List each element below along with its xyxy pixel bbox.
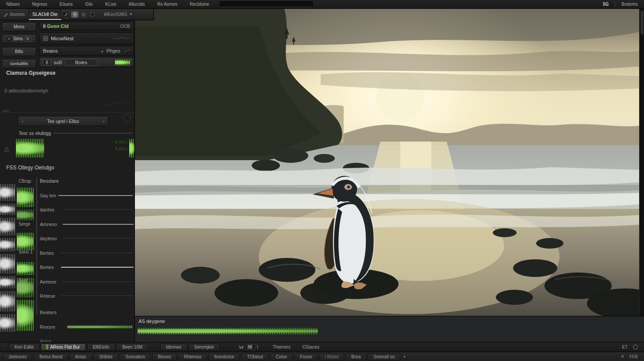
strip-value: 4.4%+ <box>105 139 127 146</box>
w-icon <box>239 345 244 349</box>
menu-item-5[interactable]: Allucsits <box>123 0 151 9</box>
bottom-item-11[interactable]: / Ktomi <box>319 353 344 361</box>
status-bar-top: ⋮ Ken Edite ARess Flat Bur El6Etofo Been… <box>0 342 644 351</box>
sidebar-button-label: Sims <box>13 36 23 41</box>
mode-dropdown-label: WEecIGMG <box>104 12 127 17</box>
sidebar-button-mons[interactable]: Mons <box>2 22 36 31</box>
counter-value[interactable]: 88 <box>245 344 256 350</box>
param-row[interactable]: dayteso <box>40 235 134 242</box>
param-row[interactable]: Beaters <box>40 309 134 315</box>
menu-item-7[interactable]: Recblsine <box>184 0 215 9</box>
status-button-1[interactable]: ARess Flat Bur <box>41 343 85 351</box>
bottom-item-9[interactable]: Colse <box>270 353 293 361</box>
list-tool-button[interactable] <box>80 12 87 18</box>
status-button-4[interactable]: Idiomes <box>160 343 187 351</box>
slider[interactable] <box>58 195 133 196</box>
knob-icon <box>7 37 12 41</box>
param-row[interactable]: Say km <box>40 192 134 199</box>
close-icon[interactable]: × <box>621 353 624 360</box>
slider[interactable] <box>63 209 133 210</box>
curve-arrow-icon <box>123 48 130 54</box>
green-meter-icon <box>46 345 48 349</box>
grid-icon <box>73 12 77 16</box>
menu-item-4[interactable]: KLise <box>99 0 123 9</box>
chip-8[interactable]: 8 <box>43 59 51 65</box>
tab-active[interactable]: SLAOdl Die <box>29 9 61 20</box>
slider[interactable] <box>63 238 133 238</box>
status-button-5[interactable]: Seromjkie <box>188 343 219 351</box>
slider[interactable] <box>61 253 133 253</box>
sidebar-button-sims[interactable]: Sims R <box>2 34 36 43</box>
param-row[interactable]: Retese <box>40 293 134 299</box>
sidebar-button-senkalifils[interactable]: Senkalifils <box>2 59 36 68</box>
bottom-item-13[interactable]: Smerall oo <box>368 353 400 361</box>
record-circle-icon[interactable] <box>633 345 638 349</box>
vertical-scrollbar[interactable] <box>639 9 644 316</box>
tab-browser[interactable]: ilsvores <box>0 9 29 20</box>
decorative-scribble <box>101 99 132 110</box>
group-label-cbrap: CBrap <box>19 179 31 184</box>
section-title-camera: Clamsra Gpseigese <box>6 70 55 76</box>
menu-item-3[interactable]: Gils <box>79 0 99 9</box>
toolbar-checkbox[interactable] <box>91 12 95 16</box>
sidebar-button-bills[interactable]: Bills <box>2 47 36 56</box>
delta-icon[interactable]: △ <box>4 145 9 152</box>
counter-stepper[interactable]: 88 ⌉ <box>239 344 258 350</box>
grid-tool-button[interactable] <box>71 12 78 18</box>
status-button-cgiaces[interactable]: CGiaces <box>297 343 325 351</box>
slider[interactable] <box>62 281 133 282</box>
scrollbar-thumb[interactable] <box>640 11 644 35</box>
bracket-icon: ⌉ <box>257 345 258 349</box>
bottom-item-6[interactable]: Rhtenias <box>178 353 207 361</box>
menu-item-6[interactable]: Ro Asmes <box>151 0 184 9</box>
audio-waveform[interactable] <box>138 328 318 334</box>
menu-search-field[interactable] <box>220 1 313 7</box>
bottom-item-3[interactable]: Shlbite <box>93 353 119 361</box>
param-row[interactable]: Bertes <box>40 264 134 270</box>
slider[interactable] <box>61 267 134 268</box>
signal-indicator: 5G <box>603 2 609 7</box>
triangle-icon: ▲ <box>100 49 104 53</box>
brush-tool-button[interactable] <box>62 12 69 18</box>
info-row-micrwnest[interactable]: MicrwNest <box>39 32 134 45</box>
param-row[interactable]: Amreno <box>40 221 134 227</box>
tab-active-label: SLAOdl Die <box>32 12 58 17</box>
menu-item-2[interactable]: Elsuns <box>53 0 79 9</box>
status-button-0[interactable]: Ken Edite <box>9 343 39 351</box>
chevron-down-icon[interactable]: ▾ <box>403 355 405 359</box>
bottom-item-2[interactable]: Anias <box>69 353 92 361</box>
info-row-green[interactable]: 8 Gvon Cld OOB <box>39 22 134 31</box>
menu-item-0[interactable]: Nibses <box>0 0 26 9</box>
green-thumbnail-strip[interactable] <box>17 188 34 334</box>
mode-dropdown[interactable]: WEecIGMG ▼ <box>100 9 136 20</box>
target-dropdown[interactable]: ‹ Tes ujrel i Ellss › <box>18 116 108 126</box>
param-row[interactable]: Aeriese <box>40 279 134 285</box>
slider[interactable] <box>61 296 133 296</box>
status-button-theirrers[interactable]: Theirrers <box>268 343 296 351</box>
slider[interactable] <box>63 224 134 225</box>
strip-waveform-thumbnail[interactable] <box>16 139 44 157</box>
status-button-2[interactable]: El6Etofo <box>87 343 115 351</box>
menu-right-label[interactable]: Bodoms <box>621 2 638 7</box>
bottom-item-8[interactable]: TObteut <box>241 353 268 361</box>
param-row[interactable]: Rexsre <box>40 324 134 330</box>
et-label: ET <box>622 345 628 349</box>
bottom-item-5[interactable]: Bisoes <box>152 353 177 361</box>
param-row[interactable]: dantes <box>40 207 134 213</box>
bottom-item-10[interactable]: Fosse <box>294 353 318 361</box>
status-button-3[interactable]: Been 10M <box>116 343 148 351</box>
bottom-item-12[interactable]: Brea <box>345 353 366 361</box>
param-row[interactable]: Bertes <box>40 250 134 256</box>
bottom-item-1[interactable]: Betsa Bend <box>34 353 68 361</box>
grayscale-thumbnail-strip[interactable] <box>0 184 15 334</box>
bottom-item-7[interactable]: finexboise <box>208 353 240 361</box>
boies-button[interactable]: Boies <box>65 59 98 66</box>
group-label-sooo: Sooo 1 <box>19 250 33 254</box>
image-viewport[interactable] <box>135 9 639 316</box>
bottom-item-0[interactable]: Jeebores <box>3 353 32 361</box>
bottom-item-4[interactable]: Soesation <box>119 353 150 361</box>
chip-aab[interactable]: aaB <box>54 60 62 65</box>
info-row-beaios[interactable]: Beaios ▲ Phges <box>39 46 134 56</box>
menu-item-1[interactable]: Nigress <box>26 0 54 9</box>
chevron-right-icon[interactable]: › <box>103 119 104 124</box>
